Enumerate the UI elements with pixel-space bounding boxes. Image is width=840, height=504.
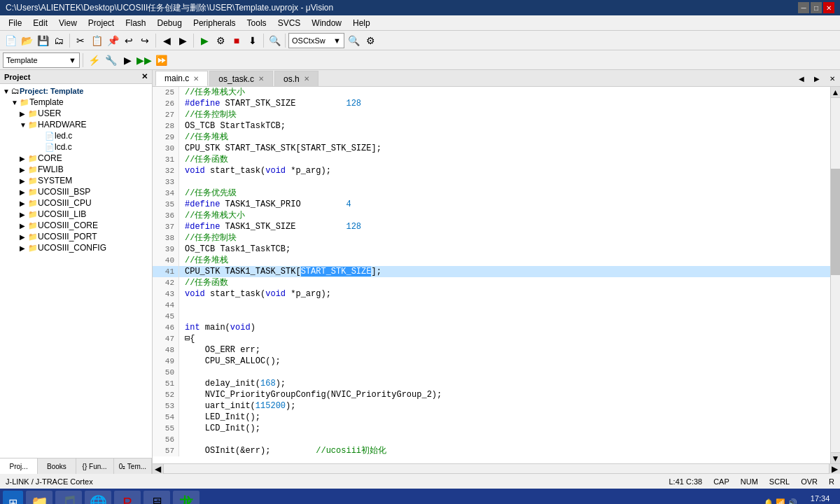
scroll-down-button[interactable]: ▼ — [831, 452, 840, 463]
sidebar-tab-books[interactable]: Books — [38, 458, 76, 474]
tree-ucosiii-lib[interactable]: ▶ UCOSIII_LIB — [0, 209, 152, 220]
line-code-50 — [179, 367, 830, 378]
code-line-55: 55 LCD_Init(); — [153, 423, 830, 434]
close-button[interactable]: ✕ — [823, 2, 834, 13]
tree-core[interactable]: ▶ CORE — [0, 153, 152, 164]
code-editor[interactable]: 25 //任务堆栈大小 26 #define START_STK_SIZE 12… — [153, 87, 830, 463]
template-dropdown[interactable]: Template ▼ — [3, 52, 80, 68]
expand-icon-hardware[interactable]: ▼ — [20, 121, 28, 129]
open-file-button[interactable]: 📂 — [19, 33, 34, 48]
sidebar-close-icon[interactable]: ✕ — [141, 72, 148, 81]
menu-item-help[interactable]: Help — [347, 17, 376, 29]
tab-os-h-close[interactable]: ✕ — [304, 75, 309, 83]
tab-os-h[interactable]: os.h ✕ — [274, 71, 318, 86]
vertical-scrollbar[interactable]: ▲ ▼ — [830, 87, 840, 463]
tree-ucosiii-port[interactable]: ▶ UCOSIII_PORT — [0, 231, 152, 242]
menu-item-flash[interactable]: Flash — [120, 17, 151, 29]
tb2-btn4[interactable]: ▶▶ — [136, 52, 152, 68]
tab-os-task-close[interactable]: ✕ — [258, 75, 264, 83]
options-button[interactable]: ⚙ — [363, 33, 378, 48]
tree-root[interactable]: ▼ 🗂 Project: Template — [0, 85, 152, 97]
menu-item-svcs[interactable]: SVCS — [272, 17, 307, 29]
tb2-btn1[interactable]: ⚡ — [86, 52, 102, 68]
target-dropdown[interactable]: OSCtxSw ▼ — [288, 33, 344, 48]
new-file-button[interactable]: 📄 — [3, 33, 18, 48]
menu-item-edit[interactable]: Edit — [27, 17, 53, 29]
tree-hardware[interactable]: ▼ HARDWARE — [0, 119, 152, 130]
menu-item-project[interactable]: Project — [83, 17, 120, 29]
debug-button[interactable]: 🔍 — [267, 33, 282, 48]
expand-icon-config[interactable]: ▶ — [20, 244, 28, 252]
tb2-btn2[interactable]: 🔧 — [103, 52, 118, 68]
maximize-button[interactable]: □ — [811, 2, 822, 13]
expand-icon-user[interactable]: ▶ — [20, 110, 28, 118]
menu-item-file[interactable]: File — [3, 17, 27, 29]
tab-scroll-left[interactable]: ◀ — [794, 71, 809, 86]
expand-icon-cpu[interactable]: ▶ — [20, 200, 28, 207]
cut-button[interactable]: ✂ — [73, 33, 88, 48]
tree-led[interactable]: led.c — [0, 130, 152, 141]
tree-ucosiii-core[interactable]: ▶ UCOSIII_CORE — [0, 220, 152, 231]
taskbar-app2[interactable]: 🖥 — [144, 491, 170, 504]
forward-button[interactable]: ▶ — [175, 33, 190, 48]
expand-icon-template[interactable]: ▼ — [11, 99, 20, 106]
scroll-left-button[interactable]: ◀ — [153, 464, 164, 474]
tb2-btn5[interactable]: ⏩ — [153, 52, 169, 68]
tab-main-c[interactable]: main.c ✕ — [155, 71, 208, 86]
save-button[interactable]: 💾 — [35, 33, 50, 48]
expand-icon-root[interactable]: ▼ — [3, 88, 11, 95]
tree-ucosiii-bsp[interactable]: ▶ UCOSIII_BSP — [0, 186, 152, 197]
tab-scroll-right[interactable]: ▶ — [809, 71, 825, 86]
menu-item-view[interactable]: View — [53, 17, 83, 29]
download-button[interactable]: ⬇ — [245, 33, 260, 48]
tab-main-c-close[interactable]: ✕ — [193, 75, 199, 83]
sidebar-tab-template[interactable]: 0₂ Tem... — [114, 458, 152, 474]
menu-item-tools[interactable]: Tools — [241, 17, 272, 29]
tree-user[interactable]: ▶ USER — [0, 108, 152, 119]
back-button[interactable]: ◀ — [159, 33, 174, 48]
expand-icon-port[interactable]: ▶ — [20, 233, 28, 241]
build-button[interactable]: ▶ — [197, 33, 212, 48]
sidebar-tab-project[interactable]: Proj... — [0, 458, 38, 474]
scrollbar-thumb[interactable] — [831, 169, 840, 275]
expand-icon-bsp[interactable]: ▶ — [20, 188, 28, 196]
tree-ucosiii-cpu[interactable]: ▶ UCOSIII_CPU — [0, 197, 152, 209]
sidebar-tab-functions[interactable]: {} Fun... — [76, 458, 114, 474]
scroll-up-button[interactable]: ▲ — [831, 87, 840, 98]
undo-button[interactable]: ↩ — [121, 33, 136, 48]
tree-ucosiii-config[interactable]: ▶ UCOSIII_CONFIG — [0, 242, 152, 253]
expand-icon-system[interactable]: ▶ — [20, 177, 28, 185]
rebuild-button[interactable]: ⚙ — [213, 33, 228, 48]
horizontal-scrollbar[interactable]: ◀ ▶ — [153, 463, 840, 473]
save-all-button[interactable]: 🗂 — [51, 33, 66, 48]
expand-icon-lib[interactable]: ▶ — [20, 211, 28, 218]
stop-button[interactable]: ■ — [229, 33, 244, 48]
tree-fwlib[interactable]: ▶ FWLIB — [0, 164, 152, 175]
find-button[interactable]: 🔍 — [346, 33, 361, 48]
menu-item-debug[interactable]: Debug — [152, 17, 188, 29]
tree-template[interactable]: ▼ Template — [0, 97, 152, 108]
paste-button[interactable]: 📌 — [105, 33, 120, 48]
tree-lcd[interactable]: lcd.c — [0, 141, 152, 153]
tab-os-task-c[interactable]: os_task.c ✕ — [209, 71, 273, 86]
taskbar-app3[interactable]: 龙 — [173, 491, 200, 504]
title-text: C:\Users\ALIENTEK\Desktop\UCOSIII任务创建与删除… — [6, 2, 333, 14]
menu-item-window[interactable]: Window — [306, 17, 347, 29]
taskbar-explorer[interactable]: 📁 — [26, 491, 52, 504]
redo-button[interactable]: ↪ — [137, 33, 153, 48]
tab-close-all[interactable]: ✕ — [825, 71, 840, 86]
start-button[interactable]: ⊞ — [3, 491, 23, 504]
taskbar-browser[interactable]: 🌐 — [85, 491, 111, 504]
tree-label-fwlib: FWLIB — [38, 164, 64, 174]
minimize-button[interactable]: ─ — [798, 2, 809, 13]
expand-icon-core[interactable]: ▶ — [20, 155, 28, 162]
tb2-btn3[interactable]: ▶ — [120, 52, 135, 68]
expand-icon-fwlib[interactable]: ▶ — [20, 166, 28, 174]
taskbar-ppt[interactable]: P — [114, 491, 141, 504]
copy-button[interactable]: 📋 — [89, 33, 104, 48]
taskbar-media[interactable]: 🎵 — [55, 491, 82, 504]
tree-system[interactable]: ▶ SYSTEM — [0, 175, 152, 186]
menu-item-peripherals[interactable]: Peripherals — [188, 17, 241, 29]
expand-icon-ucore[interactable]: ▶ — [20, 222, 28, 230]
scroll-right-button[interactable]: ▶ — [829, 464, 840, 474]
